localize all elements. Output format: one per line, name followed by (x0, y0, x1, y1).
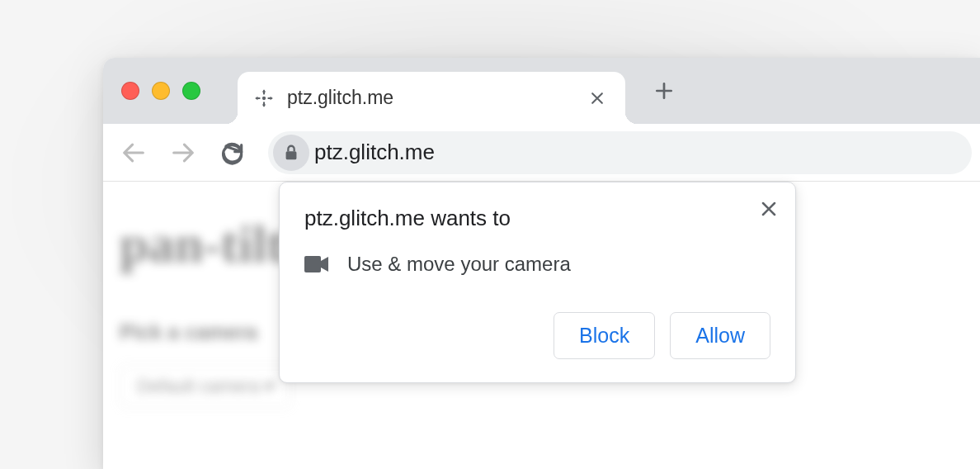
camera-select[interactable]: Default camera ▾ (120, 365, 291, 408)
close-window-button[interactable] (121, 82, 139, 100)
page-content: pan-tilt-zoom Pick a camera Default came… (103, 182, 980, 469)
permission-row: Use & move your camera (304, 253, 770, 276)
permission-text: Use & move your camera (347, 253, 571, 276)
tab-title: ptz.glitch.me (287, 87, 587, 109)
toolbar: ptz.glitch.me (103, 124, 980, 182)
url-text: ptz.glitch.me (314, 140, 435, 165)
camera-icon (304, 255, 329, 273)
browser-tab[interactable]: ptz.glitch.me (238, 72, 625, 124)
permission-title: ptz.glitch.me wants to (304, 206, 770, 231)
close-icon (759, 199, 779, 219)
maximize-window-button[interactable] (182, 82, 200, 100)
site-info-button[interactable] (273, 135, 309, 171)
lock-icon (282, 144, 300, 162)
new-tab-button[interactable] (643, 70, 685, 111)
permission-buttons: Block Allow (304, 312, 770, 359)
minimize-window-button[interactable] (152, 82, 170, 100)
permission-prompt: ptz.glitch.me wants to Use & move your c… (279, 182, 796, 383)
browser-window: ptz.glitch.me (103, 58, 980, 469)
forward-button[interactable] (161, 130, 205, 175)
close-button[interactable] (754, 194, 784, 224)
favicon-icon (252, 87, 276, 110)
address-bar[interactable]: ptz.glitch.me (268, 131, 972, 174)
tab-strip: ptz.glitch.me (103, 58, 980, 124)
svg-rect-2 (304, 256, 321, 272)
reload-button[interactable] (210, 130, 255, 175)
allow-button[interactable]: Allow (670, 312, 770, 359)
back-button[interactable] (111, 130, 156, 175)
svg-rect-1 (286, 151, 297, 159)
svg-point-0 (262, 96, 266, 99)
block-button[interactable]: Block (554, 312, 655, 359)
tab-close-button[interactable] (587, 88, 607, 108)
window-controls (121, 82, 200, 100)
